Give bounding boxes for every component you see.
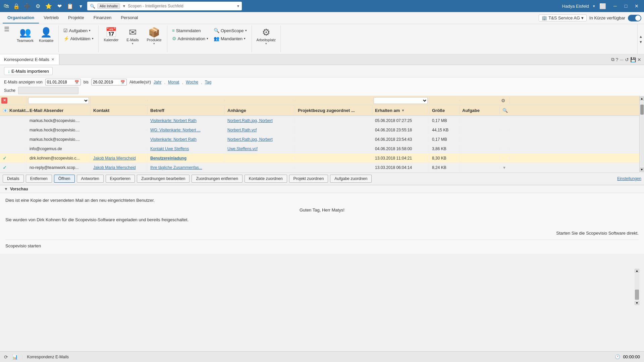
maximize-button[interactable]: □ — [621, 1, 631, 11]
menu-organisation[interactable]: Organisation — [3, 12, 39, 23]
cell-betreff-0[interactable]: Visitenkarte: Norbert Rath — [148, 117, 225, 124]
ribbon-aufgaben-button[interactable]: ☑ Aufgaben ▾ — [61, 27, 96, 34]
ribbon-emails-button[interactable]: ✉ E-Mails ▾ — [123, 25, 143, 47]
ribbon-scroll-up[interactable]: ▲ — [638, 34, 643, 39]
ribbon-openscope-button[interactable]: 🔍 OpenScope ▾ — [212, 27, 249, 34]
ribbon-kontakte-button[interactable]: 👤 Kontakte — [37, 25, 55, 44]
col-header-kontakt2[interactable]: Kontakt — [91, 107, 148, 114]
col-header-projekt[interactable]: Projektbezug zugeordnet ... — [295, 107, 372, 114]
col-header-aufgabe[interactable]: Aufgabe — [460, 107, 500, 114]
scroll-up-button[interactable]: ▲ — [640, 97, 644, 101]
kontakte-zuordnen-button[interactable]: Kontakte zuordnen — [245, 175, 287, 183]
zuordnungen-bearbeiten-button[interactable]: Zuordnungen bearbeiten — [137, 175, 190, 183]
lock-icon[interactable]: 🔒 — [13, 2, 20, 10]
cell-kontakt2-5[interactable]: Jakob Maria Mierscheid — [91, 164, 148, 171]
ribbon-kalender-button[interactable]: 📅 Kalender — [101, 25, 121, 43]
duplicate-icon[interactable]: ⧉ — [611, 57, 614, 62]
cell-kontakt2-4[interactable]: Jakob Maria Mierscheid — [91, 155, 148, 162]
calendar-small-icon[interactable]: 📋 — [66, 2, 74, 10]
ribbon-scroll-down[interactable]: ▼ — [638, 39, 643, 45]
filter-from-date[interactable]: 📅 — [45, 79, 81, 85]
search-filter-button[interactable]: Alle Inhalte — [97, 3, 120, 9]
ribbon-arbeitsplatz-button[interactable]: ⚙ Arbeitsplatz ▾ — [255, 25, 278, 47]
filter-day-link[interactable]: Tag — [205, 80, 211, 84]
filter-year-link[interactable]: Jahr — [154, 80, 161, 84]
cell-betreff-5[interactable]: Ihre tägliche Zusammenfas... — [148, 164, 225, 171]
ribbon-administration-button[interactable]: ⚙ Administration ▾ — [170, 35, 210, 42]
save-icon[interactable]: 💾 — [630, 57, 636, 62]
refresh-icon[interactable]: ↺ — [625, 57, 629, 62]
chevron-down-icon[interactable]: ▾ — [77, 2, 85, 10]
from-date-input[interactable] — [47, 80, 74, 84]
cell-betreff-4[interactable]: Benutzereinladung — [148, 155, 225, 162]
entfernen-button[interactable]: Entfernen — [26, 175, 52, 183]
star-icon[interactable]: ⭐ — [45, 2, 52, 10]
zuordnungen-entfernen-button[interactable]: Zuordnungen entfernen — [192, 175, 242, 183]
tab-close-button[interactable]: ✕ — [51, 57, 55, 62]
minimize-button[interactable]: ─ — [610, 1, 620, 11]
filter-month-link[interactable]: Monat — [168, 80, 179, 84]
menu-vertrieb[interactable]: Vertrieb — [39, 12, 63, 23]
ribbon-mandanten-button[interactable]: 👥 Mandanten ▾ — [212, 35, 249, 42]
preview-collapse-icon[interactable]: ▼ — [4, 187, 8, 191]
table-row[interactable]: markus.hock@scopevisio.... Visitenkarte:… — [0, 116, 639, 125]
table-row[interactable]: ✓ no-reply@teamwork.scop... Jakob Maria … — [0, 163, 639, 172]
table-row[interactable]: markus.hock@scopevisio.... Visitenkarte:… — [0, 135, 639, 144]
help-icon[interactable]: ? — [616, 57, 619, 62]
cell-anhaenge-3[interactable]: Uwe.Steffens.vcf — [225, 145, 295, 153]
table-row[interactable]: ✓ dirk.kohnen@scopevisio.c... Jakob Mari… — [0, 154, 639, 163]
window-icon[interactable]: ⬜ — [599, 2, 606, 10]
filter-to-date[interactable]: 📅 — [91, 79, 127, 85]
gear-icon[interactable]: ⚙ — [34, 2, 42, 10]
col-header-groesse[interactable]: Größe — [429, 107, 460, 114]
projekt-zuordnen-button[interactable]: Projekt zuordnen — [289, 175, 328, 183]
menu-finanzen[interactable]: Finanzen — [89, 12, 116, 23]
cell-anhaenge-2[interactable]: Norbert.Rath.jpg, Norbert — [225, 136, 295, 143]
global-search[interactable]: 🔍 Alle Inhalte ▼ ▾ — [87, 2, 242, 10]
scroll-track[interactable] — [640, 101, 644, 167]
ribbon-stammdaten-button[interactable]: ≡ Stammdaten — [170, 27, 210, 34]
exportieren-button[interactable]: Exportieren — [106, 175, 135, 183]
col-header-erhalten[interactable]: Erhalten am ▼ — [372, 107, 429, 114]
to-date-calendar-icon[interactable]: 📅 — [120, 80, 125, 84]
plus-circle-icon[interactable]: ➕ — [23, 2, 31, 10]
menu-personal[interactable]: Personal — [116, 12, 143, 23]
table-row[interactable]: info@cogemus.de Kontakt Uwe Steffens Uwe… — [0, 144, 639, 154]
preview-scroll-up[interactable]: ▲ — [635, 269, 639, 273]
ribbon-aktivitaeten-button[interactable]: ⚡ Aktivitäten ▾ — [61, 35, 96, 42]
cell-anhaenge-0[interactable]: Norbert.Rath.jpg, Norbert — [225, 117, 295, 124]
oeffnen-button[interactable]: Öffnen — [54, 175, 75, 183]
cell-betreff-2[interactable]: Visitenkarte: Norbert Rath — [148, 136, 225, 143]
scroll-down-button[interactable]: ▼ — [640, 168, 644, 172]
company-badge[interactable]: 🏢 T&S Service AG ▾ — [539, 14, 587, 21]
search-input[interactable] — [128, 4, 235, 8]
col-header-anhaenge[interactable]: Anhänge — [225, 107, 295, 114]
ribbon-teamwork-button[interactable]: 👥 Teamwork — [15, 25, 36, 44]
import-emails-button[interactable]: ↓ E-Mails importieren — [4, 67, 53, 75]
grid-settings-icon[interactable]: ⚙ — [501, 98, 505, 103]
preview-scroll-down[interactable]: ▼ — [635, 301, 639, 305]
filter-week-link[interactable]: Woche — [186, 80, 198, 84]
table-row[interactable]: markus.hock@scopevisio.... WG: Visitenka… — [0, 125, 639, 135]
erhalten-filter-dropdown[interactable] — [374, 97, 428, 104]
antworten-button[interactable]: Antworten — [77, 175, 104, 183]
col-header-sender[interactable]: E-Mail Absender — [27, 107, 91, 114]
sender-filter-dropdown[interactable] — [28, 97, 89, 104]
cell-anhaenge-1[interactable]: Norbert.Rath.vcf — [225, 126, 295, 134]
tab-korrespondenz[interactable]: Korrespondenz E-Mails ✕ — [0, 54, 59, 65]
aufgabe-zuordnen-button[interactable]: Aufgabe zuordnen — [330, 175, 372, 183]
ribbon-produkte-button[interactable]: 📦 Produkte ▾ — [144, 25, 164, 47]
sidebar-toggle[interactable]: ☰ — [3, 25, 11, 33]
col-header-search[interactable]: 🔍 — [500, 107, 510, 114]
search-dropdown-icon[interactable]: ▾ — [237, 4, 239, 8]
close-view-icon[interactable]: ✕ — [637, 57, 641, 62]
close-button[interactable]: ✕ — [632, 1, 641, 11]
details-button[interactable]: Details — [3, 175, 24, 183]
shop-icon[interactable]: 🛍 — [3, 2, 10, 10]
from-date-calendar-icon[interactable]: 📅 — [74, 80, 79, 84]
cell-betreff-1[interactable]: WG: Visitenkarte: Norbert ... — [148, 126, 225, 134]
user-dropdown-icon[interactable]: ▾ — [593, 4, 595, 8]
availability-toggle[interactable] — [628, 15, 641, 21]
col-header-kontakt[interactable]: 📧 Kontakt... — [0, 107, 27, 114]
to-date-input[interactable] — [93, 80, 120, 84]
